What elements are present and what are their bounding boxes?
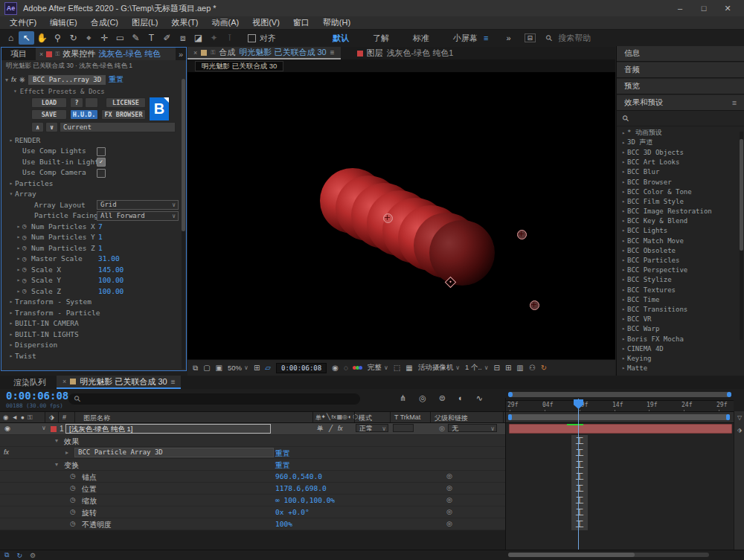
effects-category[interactable]: ▸ BCC Key & Blend bbox=[617, 216, 744, 226]
selection-tool[interactable]: ↖ bbox=[19, 31, 34, 45]
scrollbar[interactable] bbox=[740, 132, 743, 340]
effect-param-row[interactable]: Use Comp Lights bbox=[1, 146, 182, 157]
camera-tool[interactable]: ⌖ bbox=[81, 31, 97, 45]
twirl-icon[interactable]: ▾ bbox=[55, 437, 58, 444]
twirl-icon[interactable]: ▸ bbox=[7, 341, 15, 348]
marker-icon[interactable]: ⬗ bbox=[734, 427, 744, 434]
param-value[interactable]: 7 bbox=[98, 222, 103, 231]
puppet-pin-tool[interactable]: ⊺ bbox=[222, 31, 237, 45]
close-icon[interactable]: × bbox=[39, 51, 43, 58]
effects-category[interactable]: ▸ BCC VR bbox=[617, 315, 744, 324]
breadcrumb[interactable]: 明光魅影 已关联合成 30 bbox=[195, 61, 283, 71]
twirl-icon[interactable]: ▸ bbox=[15, 255, 22, 262]
timeline-flow-icon[interactable]: ⚇ bbox=[529, 364, 536, 372]
workspace-item[interactable]: 默认 bbox=[321, 33, 361, 44]
panel-overflow-icon[interactable]: » bbox=[176, 48, 186, 60]
eye-icon[interactable]: ◉ bbox=[4, 425, 10, 432]
keyframe-navigator-icon[interactable]: ◎ bbox=[446, 508, 452, 515]
param-value[interactable]: 1 bbox=[98, 233, 103, 241]
property-row[interactable]: ▾ 效果 工 bbox=[0, 435, 744, 447]
scrollbar-thumb[interactable] bbox=[182, 79, 185, 231]
show-snapshot-icon[interactable]: ◌ bbox=[344, 364, 348, 372]
reset-button[interactable]: 重置 bbox=[275, 448, 290, 459]
property-row[interactable]: ◷ 位置 1178.6,698.0 ◎ 工 bbox=[0, 483, 744, 495]
effects-category[interactable]: ▸ BCC Blur bbox=[617, 167, 744, 177]
gear-icon[interactable] bbox=[85, 97, 98, 108]
twirl-icon[interactable]: ▸ bbox=[620, 316, 627, 322]
effect-param-row[interactable]: Use Comp Camera bbox=[1, 167, 182, 178]
twirl-icon[interactable]: ▸ bbox=[620, 346, 627, 352]
twirl-icon[interactable]: ▸ bbox=[7, 353, 15, 359]
graph-editor-icon[interactable]: ∿ bbox=[476, 393, 483, 403]
effect-param-row[interactable]: ▸ ◷ Scale Y 100.00 bbox=[1, 275, 182, 286]
effects-category[interactable]: ▸ Keying bbox=[617, 353, 744, 363]
twirl-icon[interactable]: ▸ bbox=[7, 180, 15, 187]
param-value[interactable]: 100.00 bbox=[98, 287, 124, 295]
keyframe-icon[interactable]: 工 bbox=[574, 448, 586, 459]
twirl-icon[interactable]: ▸ bbox=[620, 248, 627, 254]
effects-category[interactable]: ▸ BCC Transitions bbox=[617, 304, 744, 314]
minimize-icon[interactable]: – bbox=[668, 4, 692, 13]
effect-param-row[interactable]: ▸ ◷ Num Particles X 7 bbox=[1, 221, 182, 232]
effect-param-row[interactable]: ▸ RENDER bbox=[1, 135, 182, 146]
twirl-icon[interactable]: ▸ bbox=[620, 326, 627, 332]
stopwatch-icon[interactable]: ◷ bbox=[70, 520, 76, 527]
light-gizmo[interactable] bbox=[517, 230, 527, 239]
twirl-icon[interactable]: ∨ bbox=[42, 425, 46, 431]
effects-category[interactable]: ▸ BCC Match Move bbox=[617, 236, 744, 245]
stopwatch-icon[interactable]: ◷ bbox=[22, 222, 31, 230]
effects-presets-header[interactable]: 效果和预设 ≡ bbox=[617, 95, 744, 111]
stopwatch-icon[interactable]: ◷ bbox=[22, 255, 31, 263]
hand-tool[interactable]: ✋ bbox=[34, 31, 50, 45]
fx-badge[interactable]: fx bbox=[11, 76, 16, 83]
twirl-icon[interactable]: ▸ bbox=[15, 245, 22, 251]
twirl-icon[interactable]: ▸ bbox=[15, 266, 22, 273]
menu-item[interactable]: 文件(F) bbox=[3, 17, 43, 28]
toggle-switches-icon[interactable]: ⧉ bbox=[4, 551, 9, 559]
resolution-select[interactable]: 完整∨ bbox=[368, 363, 388, 373]
prev-preset-button[interactable]: ∧ bbox=[31, 122, 44, 132]
timeline-search[interactable]: ⚲ bbox=[68, 393, 360, 405]
stopwatch-icon[interactable]: ◷ bbox=[70, 508, 76, 515]
transparency-grid-icon[interactable]: ▦ bbox=[405, 364, 412, 372]
effect-param-row[interactable]: Use Built-in Lights ✓ bbox=[1, 156, 182, 167]
scrollbar-thumb[interactable] bbox=[740, 139, 743, 251]
effects-category[interactable]: ▸ * 动画预设 bbox=[617, 128, 744, 138]
param-checkbox[interactable] bbox=[97, 169, 106, 178]
twirl-icon[interactable]: ▸ bbox=[7, 309, 15, 316]
effect-param-row[interactable]: ▸ ◷ Num Particles Y 1 bbox=[1, 232, 182, 243]
layer-name-column-header[interactable]: 图层名称 bbox=[83, 413, 110, 423]
twirl-icon[interactable]: ▸ bbox=[620, 228, 627, 234]
license-button[interactable]: LICENSE bbox=[106, 97, 146, 108]
effect-name[interactable]: BCC Par...rray 3D bbox=[28, 75, 106, 85]
twirl-icon[interactable]: ▾ bbox=[13, 88, 17, 94]
effects-category[interactable]: ▸ BCC Warp bbox=[617, 324, 744, 334]
property-label[interactable]: 位置 bbox=[82, 484, 97, 495]
grid-guides-icon[interactable]: ⊞ bbox=[254, 364, 260, 372]
tab-timeline-comp[interactable]: × 明光魅影 已关联合成 30 ≡ bbox=[57, 376, 181, 389]
work-area-bar[interactable] bbox=[508, 414, 730, 420]
effects-search[interactable]: ⚲ bbox=[617, 112, 744, 126]
panel-menu-icon[interactable]: ≡ bbox=[732, 98, 737, 107]
param-dropdown[interactable]: Grid bbox=[97, 200, 179, 210]
save-button[interactable]: SAVE bbox=[31, 109, 67, 120]
rectangle-tool[interactable]: ▭ bbox=[112, 31, 128, 45]
presets-section-header[interactable]: ▾ Effect Presets & Docs bbox=[1, 86, 186, 97]
effects-category[interactable]: ▸ Matte bbox=[617, 364, 744, 373]
stopwatch-icon[interactable]: ◷ bbox=[22, 287, 31, 295]
property-value[interactable]: ∞ 100.0,100.0% bbox=[275, 496, 335, 504]
stopwatch-icon[interactable]: ◷ bbox=[22, 244, 31, 251]
property-row[interactable]: ◷ 不透明度 100% ◎ 工 bbox=[0, 518, 744, 530]
effects-category[interactable]: ▸ CINEMA 4D bbox=[617, 344, 744, 353]
param-value[interactable]: 145.00 bbox=[98, 265, 124, 274]
exposure-icon[interactable]: ↻ bbox=[541, 364, 547, 372]
param-value[interactable]: 1 bbox=[98, 244, 103, 252]
effects-category[interactable]: ▸ BCC Textures bbox=[617, 285, 744, 295]
composition-canvas[interactable] bbox=[187, 72, 615, 359]
property-value[interactable]: 960.0,540.0 bbox=[275, 472, 322, 480]
label-column-icon[interactable]: ⬗ bbox=[49, 413, 54, 421]
collapsed-panel-header[interactable]: 预览 bbox=[617, 79, 744, 94]
current-preset-field[interactable]: Current bbox=[60, 122, 176, 132]
comp-flowchart-icon[interactable]: ⋔ bbox=[400, 393, 406, 403]
tab-composition[interactable]: × ⚿ 合成 明光魅影 已关联合成 30 ≡ bbox=[187, 47, 341, 59]
